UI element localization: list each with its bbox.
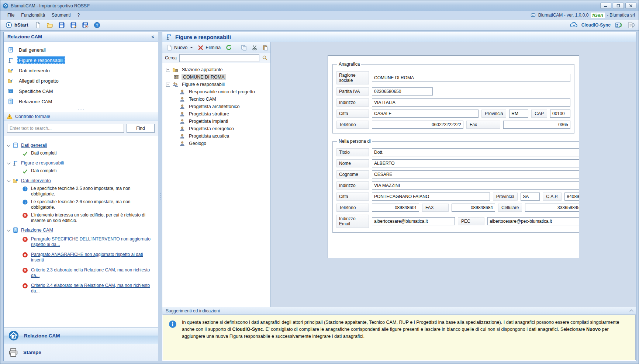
find-button[interactable]: Find [127, 124, 155, 133]
collapse-node-icon[interactable] [166, 68, 170, 72]
contact-sync-button[interactable] [614, 21, 623, 30]
citta-persona-field[interactable] [372, 193, 490, 201]
bottom-nav-relazione-cam[interactable]: Relazione CAM [4, 327, 158, 344]
bstart-icon [6, 22, 12, 28]
telefono-persona-field[interactable] [372, 204, 419, 212]
archive-icon [8, 88, 14, 94]
tree-node-person[interactable]: Progettista architettonico [165, 103, 269, 110]
refresh-button[interactable] [224, 43, 234, 52]
menu-funzionalita[interactable]: Funzionalità [18, 11, 48, 19]
report-sync-button[interactable] [626, 21, 636, 30]
tree-node-person[interactable]: Progettista energetico [165, 125, 269, 132]
cerca-input[interactable] [179, 54, 259, 62]
indirizzo-persona-field[interactable] [372, 181, 579, 190]
pec-field[interactable] [487, 217, 579, 225]
version-text: BlumatiCAM - ver. 1.0.0.0 [538, 13, 589, 18]
tree-node-person[interactable]: Progettista acustica [165, 132, 269, 140]
copy-button[interactable] [239, 44, 249, 52]
chevron-down-icon[interactable] [7, 161, 11, 164]
chevron-down-icon[interactable] [7, 143, 11, 147]
telefono-field[interactable] [372, 121, 463, 129]
sidebar-item-figure-e-responsabili[interactable]: Figure e responsabili [4, 55, 158, 65]
export-save-button[interactable] [81, 21, 90, 29]
citta-label: Città [336, 110, 369, 118]
chevron-down-icon[interactable] [7, 178, 11, 182]
provincia-field[interactable] [509, 110, 528, 118]
tree-node-comune-di-roma[interactable]: COMUNE DI ROMA [165, 73, 269, 81]
pec-label: PEC [458, 217, 484, 225]
cognome-field[interactable] [372, 170, 579, 178]
cap-field[interactable] [550, 110, 570, 118]
paste-button[interactable] [260, 44, 270, 52]
controllo-group-dati-intervento[interactable]: Dati intervento [7, 177, 156, 185]
page-title: Figure e responsabili [175, 34, 231, 40]
new-file-icon [35, 22, 41, 28]
citta-field[interactable] [372, 110, 479, 118]
sidebar-item-dati-intervento[interactable]: Dati intervento [4, 65, 158, 76]
menu-help[interactable]: ? [74, 11, 83, 19]
sidebar-splitter-handle[interactable] [4, 108, 158, 112]
collapse-suggestions-icon[interactable] [630, 310, 633, 313]
email-field[interactable] [372, 217, 455, 225]
person-icon [179, 133, 185, 139]
cap-persona-field[interactable] [564, 193, 579, 201]
bstart-button[interactable]: bStart [3, 21, 31, 29]
provincia-label: Provincia [481, 110, 506, 118]
controllo-group-dati-generali[interactable]: Dati generali [7, 141, 156, 149]
nuovo-button[interactable]: Nuovo [165, 44, 195, 52]
menu-file[interactable]: File [4, 11, 18, 19]
titolo-field[interactable] [372, 148, 579, 156]
cloud-sync-label[interactable]: CloudIO-Sync [581, 22, 611, 28]
new-file-button[interactable] [34, 21, 42, 29]
search-icon[interactable] [262, 55, 268, 61]
bottom-nav-stampe[interactable]: Stampe [4, 344, 158, 361]
collapse-node-icon[interactable] [166, 83, 170, 87]
help-button[interactable]: ? [93, 21, 101, 29]
tree-node-person[interactable]: Tecnico CAM [165, 96, 269, 103]
left-main-splitter[interactable] [158, 32, 162, 361]
tree-node-figure-e-responsabili[interactable]: Figure e responsabili [165, 81, 269, 88]
tree-node-person[interactable]: Geologo [165, 140, 269, 147]
open-folder-icon [46, 22, 53, 28]
controllo-search-input[interactable] [7, 124, 124, 133]
menu-strumenti[interactable]: Strumenti [48, 11, 74, 19]
controllo-search-row: Find [4, 121, 158, 136]
fax-persona-field[interactable] [452, 204, 495, 212]
nome-field[interactable] [372, 159, 579, 167]
elimina-button[interactable]: Elimina [196, 44, 222, 52]
save-button[interactable] [57, 21, 66, 29]
sidebar-item-specifiche-cam[interactable]: Specifiche CAM [4, 86, 158, 96]
save-icon [58, 22, 65, 28]
collapse-sidebar-icon[interactable] [151, 34, 154, 39]
minimize-button[interactable] [600, 3, 611, 9]
partita-iva-field[interactable] [372, 87, 433, 96]
tree-node-person[interactable]: Responsabile unico del progetto [165, 88, 269, 96]
sidebar-item-relazione-cam[interactable]: Relazione CAM [4, 96, 158, 107]
tree-node-stazione-appaltante[interactable]: Stazione appaltante [165, 66, 269, 73]
error-icon [22, 283, 28, 289]
crane-person-icon [166, 34, 172, 40]
indirizzo-field[interactable] [372, 98, 570, 107]
main-body: Nuovo Elimina [162, 42, 636, 307]
telefono-persona-label: Telefono [336, 204, 369, 212]
save-as-button[interactable] [69, 21, 78, 29]
tree-node-person[interactable]: Progettista strutture [165, 110, 269, 118]
copy-icon [241, 45, 247, 51]
provincia-persona-field[interactable] [521, 193, 540, 201]
cut-button[interactable] [250, 44, 259, 52]
ragione-sociale-field[interactable] [372, 74, 570, 82]
sidebar-item-allegati-di-progetto[interactable]: Allegati di progetto [4, 76, 158, 86]
anagrafica-legend: Anagrafica [337, 62, 361, 67]
telefono-label: Telefono [336, 121, 369, 129]
fax-field[interactable] [503, 121, 570, 129]
controllo-group-figure[interactable]: Figure e responsabili [7, 159, 156, 167]
controllo-group-relazione-cam[interactable]: Relazione CAM [7, 226, 156, 234]
maximize-button[interactable] [613, 3, 624, 9]
cellulare-field[interactable] [525, 204, 579, 212]
open-button[interactable] [45, 21, 54, 29]
close-button[interactable] [625, 3, 636, 9]
chevron-down-icon [190, 47, 193, 48]
tree-node-person[interactable]: Progettista impianti [165, 118, 269, 125]
chevron-down-icon[interactable] [7, 228, 11, 232]
sidebar-item-dati-generali[interactable]: Dati generali [4, 45, 158, 55]
